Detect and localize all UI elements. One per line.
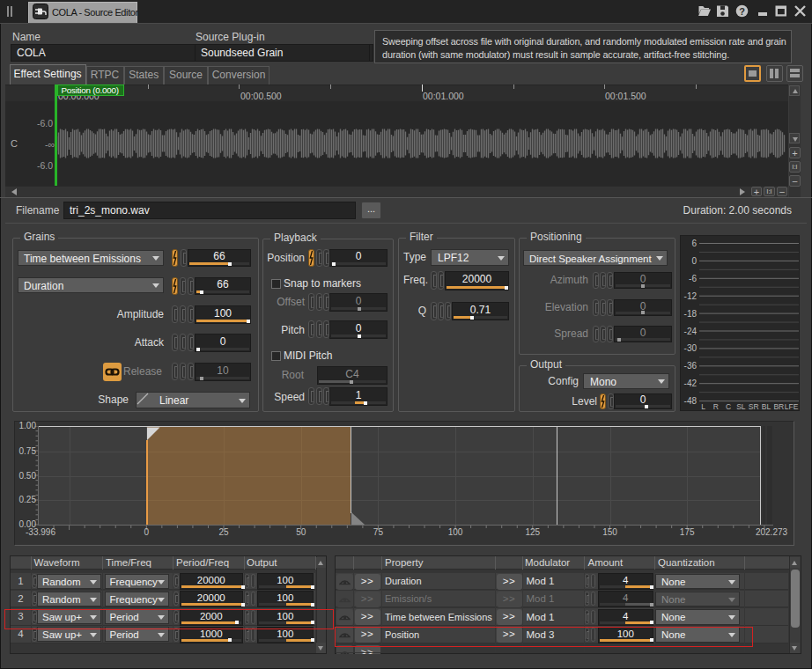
svg-text:-6: -6	[689, 274, 697, 283]
svg-text:6: 6	[691, 239, 697, 248]
svg-text:BR: BR	[773, 402, 784, 411]
svg-text:L: L	[701, 402, 705, 411]
svg-text:0: 0	[691, 256, 697, 266]
svg-text:R: R	[713, 402, 719, 411]
svg-text:?: ?	[739, 6, 745, 17]
svg-text:-30: -30	[684, 343, 698, 353]
svg-text:SL: SL	[736, 402, 746, 411]
svg-text:LFE: LFE	[785, 402, 799, 411]
svg-text:-42: -42	[684, 379, 698, 388]
svg-text:-48: -48	[684, 396, 698, 406]
svg-text:BL: BL	[762, 402, 771, 411]
svg-text:-36: -36	[684, 361, 698, 371]
svg-text:-24: -24	[684, 327, 698, 336]
svg-text:-18: -18	[684, 309, 698, 319]
svg-text:SR: SR	[749, 402, 759, 411]
svg-text:-12: -12	[684, 291, 698, 301]
svg-text:C: C	[726, 402, 731, 411]
